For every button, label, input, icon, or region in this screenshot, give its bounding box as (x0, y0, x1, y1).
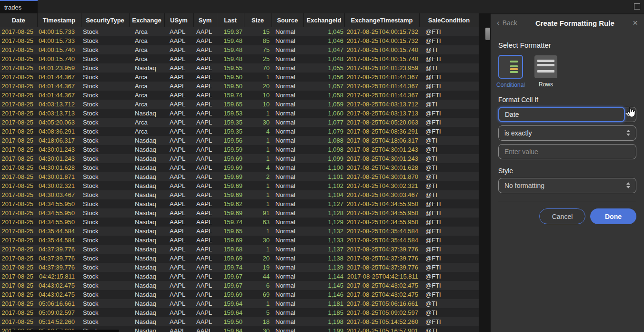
cell[interactable]: @FTI (419, 118, 479, 127)
cell[interactable]: 04:34:55.950 (37, 218, 81, 227)
cell[interactable]: 04:42:15.811 (37, 272, 81, 281)
cell[interactable]: 2017-08-25 (0, 54, 37, 63)
cell[interactable]: Normal (272, 227, 303, 236)
chevron-down-icon[interactable] (625, 113, 631, 116)
cell[interactable]: Nasdaq (129, 263, 164, 272)
cell[interactable]: AAPL (164, 308, 193, 317)
cell[interactable]: 2017-08-25 (0, 281, 37, 290)
cell[interactable]: @FTI (419, 109, 479, 118)
cell[interactable]: AAPL (193, 199, 217, 208)
cell[interactable]: 2017-08-25 (0, 100, 37, 109)
cell[interactable]: 1,045 (303, 27, 344, 36)
cell[interactable]: @TI (419, 190, 479, 199)
cell[interactable]: @FTI (419, 290, 479, 299)
cell[interactable]: Arca (129, 82, 164, 91)
cell[interactable]: @FTI (419, 227, 479, 236)
cell[interactable]: Arca (129, 127, 164, 136)
cell[interactable]: 2017-08-25T04:35:44.584 (344, 236, 419, 245)
column-header[interactable]: Date (0, 13, 37, 27)
cell[interactable]: Nasdaq (129, 299, 164, 308)
cell[interactable]: Normal (272, 199, 303, 208)
cell[interactable]: Normal (272, 154, 303, 163)
cell[interactable]: Nasdaq (129, 245, 164, 254)
cell[interactable]: 10 (244, 91, 272, 100)
column-header[interactable]: ExchangeTimestamp (344, 13, 419, 27)
cell[interactable]: 1,127 (303, 199, 344, 208)
cell[interactable]: @FTI (419, 245, 479, 254)
cell[interactable]: Normal (272, 27, 303, 36)
cell[interactable]: Arca (129, 36, 164, 45)
cell[interactable]: 2017-08-25T04:34:55.950 (344, 208, 419, 218)
cell[interactable]: 04:35:44.584 (37, 227, 81, 236)
cell[interactable]: 2017-08-25T04:43:02.475 (344, 290, 419, 299)
cell[interactable]: Stock (81, 91, 129, 100)
cell[interactable]: Normal (272, 45, 303, 54)
cell[interactable]: AAPL (193, 136, 217, 145)
cell[interactable]: Stock (81, 227, 129, 236)
table-row[interactable]: 2017-08-2504:37:39.776StockNasdaqAAPLAAP… (0, 263, 479, 272)
cell[interactable]: Normal (272, 208, 303, 218)
cell[interactable]: Arca (129, 73, 164, 82)
cell[interactable]: 159.48 (217, 45, 244, 54)
formatter-option-conditional[interactable]: Conditional (498, 55, 523, 88)
cell[interactable]: 04:18:06.317 (37, 136, 81, 145)
cell[interactable]: 19 (244, 263, 272, 272)
cell[interactable]: 2017-08-25T04:01:44.367 (344, 91, 419, 100)
cell[interactable]: 159.50 (217, 82, 244, 91)
cell[interactable]: 2017-08-25 (0, 317, 37, 326)
cell[interactable]: Stock (81, 290, 129, 299)
cell[interactable]: 1,088 (303, 136, 344, 145)
cell[interactable]: 04:37:39.776 (37, 245, 81, 254)
cell[interactable]: Nasdaq (129, 236, 164, 245)
cell[interactable]: Nasdaq (129, 308, 164, 317)
cell[interactable]: @TI (419, 145, 479, 154)
cell[interactable]: Normal (272, 299, 303, 308)
cell[interactable]: 04:30:01.243 (37, 154, 81, 163)
cell[interactable]: 159.69 (217, 290, 244, 299)
cell[interactable]: Normal (272, 236, 303, 245)
cell[interactable]: 159.50 (217, 317, 244, 326)
cell[interactable]: AAPL (193, 154, 217, 163)
table-row[interactable]: 2017-08-2504:00:15.740StockArcaAAPLAAPL1… (0, 45, 479, 54)
table-row[interactable]: 2017-08-2504:30:02.321StockNasdaqAAPLAAP… (0, 181, 479, 190)
table-row[interactable]: 2017-08-2504:30:01.628StockNasdaqAAPLAAP… (0, 163, 479, 172)
cell[interactable]: AAPL (164, 281, 193, 290)
cell[interactable]: Stock (81, 281, 129, 290)
condition-select[interactable]: is exactly (498, 125, 636, 141)
cell[interactable]: 04:35:44.584 (37, 236, 81, 245)
cell[interactable]: 04:01:23.959 (37, 63, 81, 73)
cell[interactable]: @FTI (419, 272, 479, 281)
cell[interactable]: Stock (81, 54, 129, 63)
cell[interactable]: 30 (244, 118, 272, 127)
cell[interactable]: 1,104 (303, 190, 344, 199)
cell[interactable]: AAPL (193, 236, 217, 245)
cell[interactable]: 04:00:15.740 (37, 45, 81, 54)
cell[interactable]: 159.69 (217, 190, 244, 199)
cell[interactable]: AAPL (193, 281, 217, 290)
cell[interactable]: @TI (419, 163, 479, 172)
cell[interactable]: Arca (129, 118, 164, 127)
cell[interactable]: 1 (244, 245, 272, 254)
cell[interactable]: Normal (272, 290, 303, 299)
cell[interactable]: Stock (81, 63, 129, 73)
cell[interactable]: 2017-08-25 (0, 172, 37, 181)
cell[interactable]: Normal (272, 145, 303, 154)
cell[interactable]: Stock (81, 154, 129, 163)
cell[interactable]: 1,129 (303, 218, 344, 227)
cell[interactable]: AAPL (193, 263, 217, 272)
cell[interactable]: Normal (272, 163, 303, 172)
cell[interactable]: 159.55 (217, 63, 244, 73)
cell[interactable]: Stock (81, 109, 129, 118)
cell[interactable]: Normal (272, 91, 303, 100)
cell[interactable]: 1 (244, 136, 272, 145)
cell[interactable]: 2017-08-25 (0, 308, 37, 317)
cell[interactable]: 05:09:02.597 (37, 308, 81, 317)
cell[interactable]: Nasdaq (129, 154, 164, 163)
cell[interactable]: Normal (272, 118, 303, 127)
cell[interactable]: AAPL (193, 127, 217, 136)
cell[interactable]: AAPL (193, 91, 217, 100)
cell[interactable]: @FTI (419, 236, 479, 245)
cell[interactable]: Normal (272, 281, 303, 290)
table-row[interactable]: 2017-08-2504:01:44.367StockArcaAAPLAAPL1… (0, 82, 479, 91)
cell[interactable]: 2017-08-25 (0, 227, 37, 236)
